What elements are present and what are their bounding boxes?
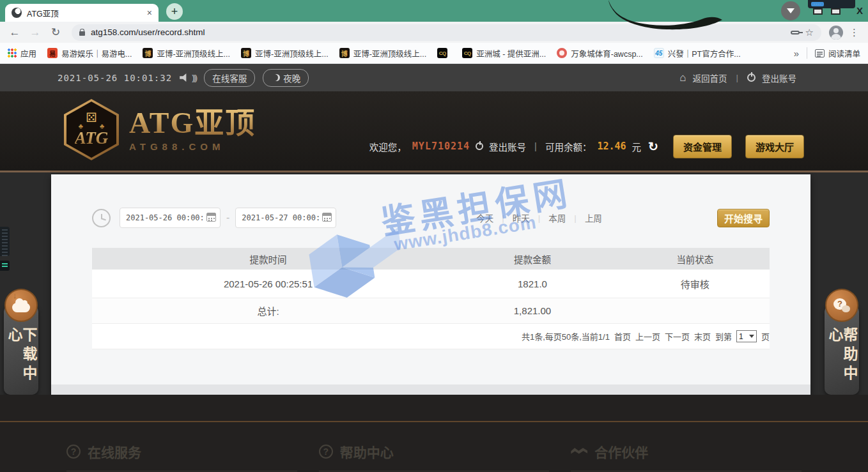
page-select-value: 1 bbox=[739, 332, 743, 341]
cloud-download-icon[interactable]: ↓ bbox=[4, 289, 38, 322]
prev-page-link[interactable]: 上一页 bbox=[635, 330, 660, 342]
logo-text-block: ATG亚顶 ATG88.COM bbox=[129, 107, 256, 152]
profile-avatar[interactable] bbox=[829, 26, 843, 40]
calendar-icon[interactable] bbox=[322, 213, 332, 222]
moon-icon bbox=[271, 74, 278, 81]
first-page-link[interactable]: 首页 bbox=[614, 330, 631, 342]
balance-label: 可用余额： bbox=[545, 140, 592, 153]
clubs-icon: ♣♣ bbox=[79, 124, 121, 128]
logout-link[interactable]: 登出账号 bbox=[489, 140, 526, 153]
table-row: 2021-05-26 00:25:51 1821.0 待审核 bbox=[92, 270, 770, 298]
question-circle-icon: ? bbox=[66, 445, 81, 459]
reload-button[interactable]: ↻ bbox=[47, 26, 64, 39]
browser-tab[interactable]: ATG亚顶 × bbox=[5, 4, 159, 22]
utility-right-group: ⌂ 返回首页 | 登出账号 bbox=[679, 72, 796, 84]
url-text[interactable]: atg158.com/user/record.shtml bbox=[91, 27, 785, 37]
logo-hex-badge: ⚄ ♣♣ ATG bbox=[64, 99, 119, 160]
bookmark-item[interactable]: CQ亚洲城 - 提供亚洲... bbox=[462, 47, 546, 59]
balance-unit: 元 bbox=[632, 140, 642, 153]
apps-shortcut[interactable]: 应用 bbox=[8, 47, 36, 59]
footer-columns: ? 在线服务 ? 帮助中心 合作伙伴 bbox=[66, 442, 802, 471]
bo-favicon-icon: 博 bbox=[339, 48, 350, 58]
back-home-link[interactable]: 返回首页 bbox=[692, 72, 727, 84]
recorder-timer: ···· bbox=[811, 2, 824, 6]
total-label: 总计: bbox=[92, 304, 444, 317]
apps-grid-icon bbox=[8, 49, 17, 57]
footer-accent-line bbox=[0, 421, 868, 422]
lock-icon[interactable] bbox=[79, 31, 85, 36]
bookmark-item[interactable]: 博亚博-亚洲顶级线上... bbox=[241, 47, 329, 59]
help-center-label: 帮助中心 bbox=[827, 327, 856, 395]
tab-close-icon[interactable]: × bbox=[147, 8, 152, 17]
calendar-icon[interactable] bbox=[206, 213, 216, 222]
site-footer: ? 在线服务 ? 帮助中心 合作伙伴 bbox=[0, 395, 868, 472]
chat-question-icon[interactable]: ? bbox=[825, 289, 858, 322]
recorder-overlay: ···· bbox=[808, 0, 855, 8]
quick-thisweek-link[interactable]: 本周 bbox=[540, 211, 574, 224]
online-service-button[interactable]: 在线客服 bbox=[204, 69, 255, 87]
question-mark: ? bbox=[837, 299, 842, 308]
bookmark-item[interactable]: 易易游娱乐｜易游电... bbox=[47, 47, 132, 59]
next-page-link[interactable]: 下一页 bbox=[665, 330, 690, 342]
bookmark-item[interactable]: 万象城体育-awcsp... bbox=[557, 47, 643, 59]
cloud-shape bbox=[12, 303, 30, 312]
arrow-down-icon: ↓ bbox=[13, 291, 17, 300]
date-start-input[interactable] bbox=[120, 208, 221, 228]
recorder-minimize-button[interactable] bbox=[813, 8, 823, 15]
back-button[interactable]: ← bbox=[6, 26, 23, 39]
bookmark-item[interactable]: CQ bbox=[437, 48, 451, 58]
password-key-icon[interactable] bbox=[791, 31, 800, 34]
page-select[interactable]: 1 bbox=[736, 330, 757, 342]
recorder-restore-button[interactable] bbox=[831, 8, 841, 15]
range-separator: - bbox=[226, 212, 229, 224]
search-button[interactable]: 开始搜寻 bbox=[717, 209, 770, 227]
recorder-close-icon[interactable]: X bbox=[856, 5, 863, 16]
address-bar[interactable]: atg158.com/user/record.shtml ☆ bbox=[72, 24, 821, 41]
question-circle-icon: ? bbox=[319, 445, 333, 459]
funds-management-button[interactable]: 资金管理 bbox=[673, 135, 732, 158]
clock-icon bbox=[92, 209, 111, 227]
reading-list-icon bbox=[815, 49, 825, 57]
logo-domain: ATG88.COM bbox=[129, 141, 256, 152]
browser-menu-icon[interactable]: ⋮ bbox=[849, 27, 859, 38]
download-indicator-button[interactable] bbox=[781, 1, 800, 20]
bookmark-item[interactable]: 博亚博-亚洲顶级线上... bbox=[143, 47, 230, 59]
side-slider-widget[interactable] bbox=[0, 227, 10, 256]
quick-yesterday-link[interactable]: 昨天 bbox=[504, 211, 538, 224]
welcome-text: 欢迎您， bbox=[369, 140, 407, 153]
browser-toolbar: ← → ↻ atg158.com/user/record.shtml ☆ ⋮ bbox=[0, 22, 868, 43]
refresh-balance-icon[interactable]: ↻ bbox=[648, 139, 658, 154]
bookmarks-bar: 应用 易易游娱乐｜易游电... 博亚博-亚洲顶级线上... 博亚博-亚洲顶级线上… bbox=[0, 43, 868, 64]
withdraw-table: 提款时间 提款金额 当前状态 2021-05-26 00:25:51 1821.… bbox=[92, 248, 770, 349]
record-panel: - 今天 | 昨天 | 本周 | 上周 开始搜寻 提款时间 提款金额 当前状态 … bbox=[51, 174, 810, 395]
site-logo[interactable]: ⚄ ♣♣ ATG ATG亚顶 ATG88.COM bbox=[64, 99, 256, 160]
total-amount: 1,821.00 bbox=[444, 305, 621, 316]
quick-lastweek-link[interactable]: 上周 bbox=[577, 211, 610, 224]
col-header-amount: 提款金额 bbox=[444, 252, 621, 266]
download-center-fab[interactable]: ↓ 下载中心 bbox=[3, 289, 40, 395]
last-page-link[interactable]: 末页 bbox=[694, 330, 711, 342]
game-lobby-button[interactable]: 游戏大厅 bbox=[745, 135, 804, 158]
bookmarks-right-group: » 阅读清单 bbox=[794, 47, 860, 59]
cell-status: 待审核 bbox=[621, 277, 770, 291]
filter-row: - 今天 | 昨天 | 本周 | 上周 开始搜寻 bbox=[92, 206, 770, 229]
power-icon bbox=[747, 73, 756, 82]
date-end-input[interactable] bbox=[235, 208, 336, 228]
bookmark-item[interactable]: 45兴發｜PT官方合作... bbox=[654, 47, 741, 59]
quick-today-link[interactable]: 今天 bbox=[468, 211, 502, 224]
pagination-summary: 共1条,每页50条,当前1/1 bbox=[522, 330, 610, 342]
bookmark-star-icon[interactable]: ☆ bbox=[805, 27, 814, 38]
site-utility-bar: 2021-05-26 10:01:32 ))) 在线客服 夜晚 ⌂ 返回首页 |… bbox=[0, 64, 868, 91]
bookmarks-overflow-button[interactable]: » bbox=[794, 48, 799, 59]
help-center-fab[interactable]: ? 帮助中心 bbox=[823, 289, 860, 395]
col-header-time: 提款时间 bbox=[92, 252, 444, 266]
bookmark-item[interactable]: 博亚博-亚洲顶级线上... bbox=[339, 47, 427, 59]
logout-link[interactable]: 登出账号 bbox=[762, 72, 796, 84]
side-menu-widget[interactable] bbox=[0, 261, 10, 271]
balance-amount: 12.46 bbox=[597, 141, 626, 152]
night-mode-toggle[interactable]: 夜晚 bbox=[263, 69, 309, 87]
home-icon: ⌂ bbox=[679, 72, 686, 83]
reading-list-button[interactable]: 阅读清单 bbox=[815, 47, 860, 59]
new-tab-button[interactable]: + bbox=[166, 3, 183, 20]
logo-title: ATG亚顶 bbox=[129, 107, 256, 140]
